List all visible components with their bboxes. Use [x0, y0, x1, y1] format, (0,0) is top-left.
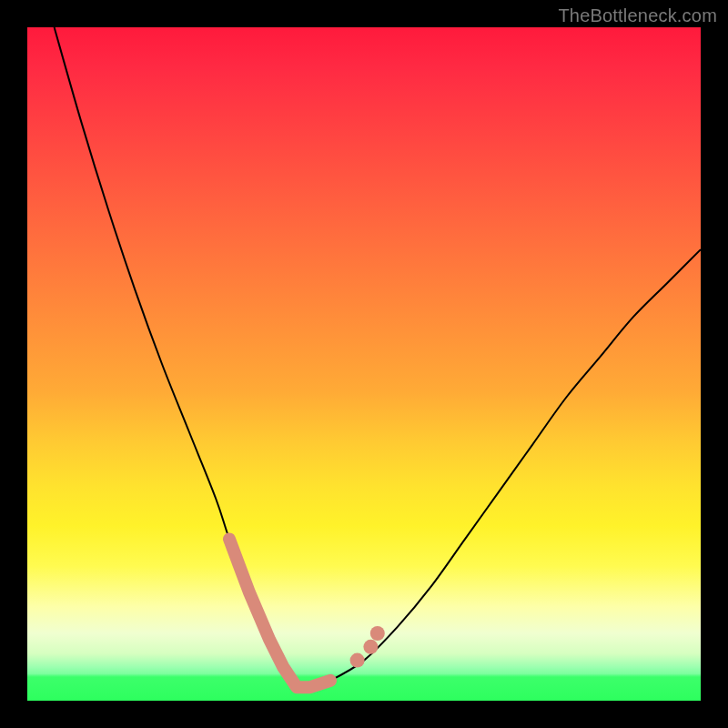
marker-dot — [350, 653, 365, 668]
marker-dot — [370, 626, 385, 641]
chart-frame: TheBottleneck.com — [0, 0, 728, 728]
l-shaped-marker — [229, 539, 330, 687]
marker-dot — [363, 640, 378, 654]
bottleneck-curve — [55, 27, 701, 689]
curve-layer — [27, 27, 701, 701]
watermark-text: TheBottleneck.com — [558, 5, 717, 26]
plot-area — [27, 27, 701, 701]
